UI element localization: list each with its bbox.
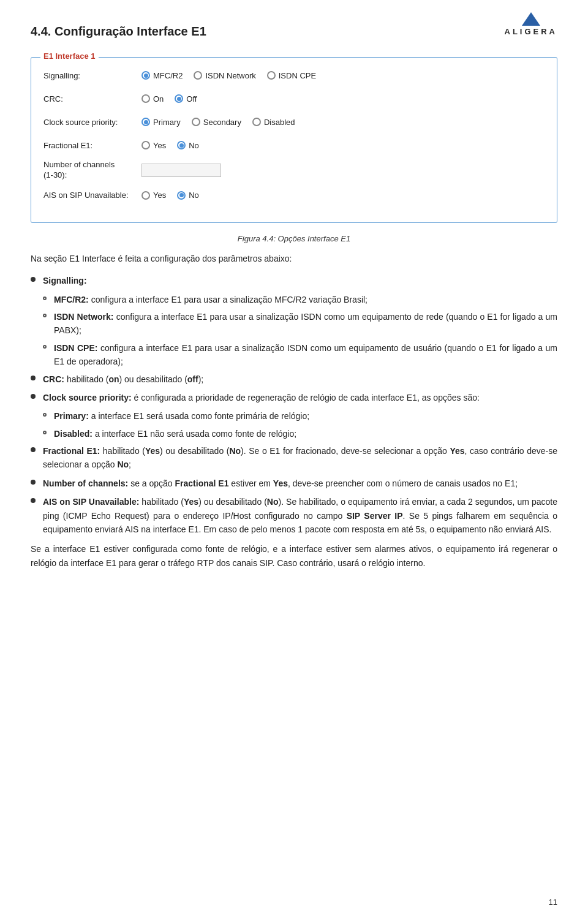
bullet-fractional: Fractional E1: habilitado (Yes) ou desab… — [31, 444, 557, 472]
channels-row: Number of channels(1-30): — [43, 160, 545, 181]
bullet-primary-text: Primary: a interface E1 será usada como … — [54, 409, 557, 423]
radio-frac-no-label: No — [189, 141, 199, 150]
bullet-crc-text: CRC: habilitado (on) ou desabilitado (of… — [43, 372, 557, 386]
logo-area: ALIGERA — [505, 12, 558, 36]
logo-icon: ALIGERA — [505, 12, 558, 36]
bullet-channels: Number of channels: se a opção Fractiona… — [31, 477, 557, 490]
signalling-label: Signalling: — [43, 71, 141, 80]
e1-box-title: E1 Interface 1 — [40, 51, 99, 61]
bullet-dot-clock — [31, 394, 36, 399]
e1-interface-box: E1 Interface 1 Signalling: MFC/R2 ISDN N… — [31, 57, 557, 223]
bullet-isdn-cpe-text: ISDN CPE: configura a interface E1 para … — [54, 341, 557, 369]
radio-isdn-network-label: ISDN Network — [205, 71, 255, 80]
page-title: 4.4. Configuração Interface E1 — [31, 25, 557, 39]
figure-caption: Figura 4.4: Opções Interface E1 — [31, 234, 557, 243]
radio-isdn-cpe-circle — [267, 71, 276, 80]
radio-clock-disabled[interactable]: Disabled — [252, 118, 295, 127]
footer-para-1: Se a interface E1 estiver configurada co… — [31, 542, 557, 570]
radio-ais-yes[interactable]: Yes — [141, 191, 166, 200]
signalling-controls: MFC/R2 ISDN Network ISDN CPE — [141, 71, 316, 80]
bullet-circle-disabled — [43, 431, 47, 434]
radio-crc-on[interactable]: On — [141, 94, 164, 104]
bullet-crc: CRC: habilitado (on) ou desabilitado (of… — [31, 372, 557, 386]
radio-isdn-cpe-label: ISDN CPE — [279, 71, 316, 80]
bullet-circle-mfcr2 — [43, 297, 47, 300]
radio-isdn-network-circle — [194, 71, 202, 80]
radio-frac-yes[interactable]: Yes — [141, 141, 166, 150]
radio-secondary[interactable]: Secondary — [192, 118, 241, 127]
bullet-isdn-network: ISDN Network: configura a interface E1 p… — [31, 310, 557, 338]
radio-crc-off[interactable]: Off — [175, 94, 197, 104]
intro-text: Na seção E1 Interface é feita a configur… — [31, 252, 557, 265]
radio-mfcr2[interactable]: MFC/R2 — [141, 71, 183, 80]
bullet-clock: Clock source priority: é configurada a p… — [31, 391, 557, 404]
radio-ais-yes-circle — [141, 191, 150, 200]
bullet-sections: Signalling: MFC/R2: configura a interfac… — [31, 274, 557, 536]
bullet-fractional-text: Fractional E1: habilitado (Yes) ou desab… — [43, 444, 557, 472]
bullet-dot-crc — [31, 376, 36, 380]
radio-ais-no[interactable]: No — [177, 191, 199, 200]
bullet-ais: AIS on SIP Unavailable: habilitado (Yes)… — [31, 495, 557, 536]
radio-frac-yes-circle — [141, 141, 150, 149]
bullet-primary: Primary: a interface E1 será usada como … — [31, 409, 557, 423]
clock-controls: Primary Secondary Disabled — [141, 118, 295, 127]
bullet-channels-text: Number of channels: se a opção Fractiona… — [43, 477, 557, 490]
signalling-row: Signalling: MFC/R2 ISDN Network ISDN CPE — [43, 67, 545, 84]
bullet-signalling-text: Signalling: — [43, 274, 557, 287]
radio-mfcr2-circle — [141, 71, 150, 80]
channels-controls — [141, 164, 221, 177]
fractional-row: Fractional E1: Yes No — [43, 137, 545, 154]
radio-crc-on-circle — [141, 94, 150, 103]
bullet-mfcr2-text: MFC/R2: configura a interface E1 para us… — [54, 293, 557, 306]
radio-clock-disabled-label: Disabled — [264, 118, 295, 127]
radio-primary[interactable]: Primary — [141, 118, 181, 127]
radio-frac-no[interactable]: No — [177, 141, 199, 150]
clock-row: Clock source priority: Primary Secondary… — [43, 113, 545, 130]
radio-crc-on-label: On — [153, 94, 164, 104]
bullet-ais-text: AIS on SIP Unavailable: habilitado (Yes)… — [43, 495, 557, 536]
radio-ais-yes-label: Yes — [153, 191, 166, 200]
bullet-isdn-cpe: ISDN CPE: configura a interface E1 para … — [31, 341, 557, 369]
fractional-label: Fractional E1: — [43, 141, 141, 150]
bullet-disabled: Disabled: a interface E1 não será usada … — [31, 427, 557, 440]
ais-label: AIS on SIP Unavailable: — [43, 191, 141, 200]
bullet-isdn-network-text: ISDN Network: configura a interface E1 p… — [54, 310, 557, 338]
page-number: 11 — [549, 897, 557, 907]
radio-clock-disabled-circle — [252, 118, 261, 126]
radio-mfcr2-label: MFC/R2 — [153, 71, 183, 80]
radio-primary-label: Primary — [153, 118, 181, 127]
radio-ais-no-circle — [177, 191, 186, 200]
ais-row: AIS on SIP Unavailable: Yes No — [43, 187, 545, 204]
bullet-circle-isdn-cpe — [43, 345, 47, 349]
radio-crc-off-circle — [175, 94, 183, 103]
fractional-controls: Yes No — [141, 141, 199, 150]
radio-ais-no-label: No — [189, 191, 199, 200]
logo-wordmark: ALIGERA — [505, 27, 558, 36]
radio-frac-no-circle — [177, 141, 186, 149]
bullet-circle-primary — [43, 413, 47, 417]
radio-crc-off-label: Off — [186, 94, 197, 104]
radio-secondary-circle — [192, 118, 200, 126]
radio-isdn-cpe[interactable]: ISDN CPE — [267, 71, 316, 80]
ais-controls: Yes No — [141, 191, 199, 200]
bullet-disabled-text: Disabled: a interface E1 não será usada … — [54, 427, 557, 440]
crc-row: CRC: On Off — [43, 90, 545, 107]
bullet-signalling: Signalling: — [31, 274, 557, 287]
channels-label: Number of channels(1-30): — [43, 160, 141, 181]
channels-input[interactable] — [141, 164, 221, 177]
bullet-dot-signalling — [31, 277, 36, 282]
bullet-clock-text: Clock source priority: é configurada a p… — [43, 391, 557, 404]
radio-primary-circle — [141, 118, 150, 126]
bullet-dot-channels — [31, 480, 36, 485]
bullet-dot-ais — [31, 498, 36, 503]
bullet-mfcr2: MFC/R2: configura a interface E1 para us… — [31, 293, 557, 306]
bullet-dot-fractional — [31, 447, 36, 452]
radio-isdn-network[interactable]: ISDN Network — [194, 71, 255, 80]
clock-label: Clock source priority: — [43, 118, 141, 127]
crc-controls: On Off — [141, 94, 197, 104]
bullet-circle-isdn-network — [43, 314, 47, 317]
radio-secondary-label: Secondary — [203, 118, 241, 127]
crc-label: CRC: — [43, 94, 141, 104]
radio-frac-yes-label: Yes — [153, 141, 166, 150]
